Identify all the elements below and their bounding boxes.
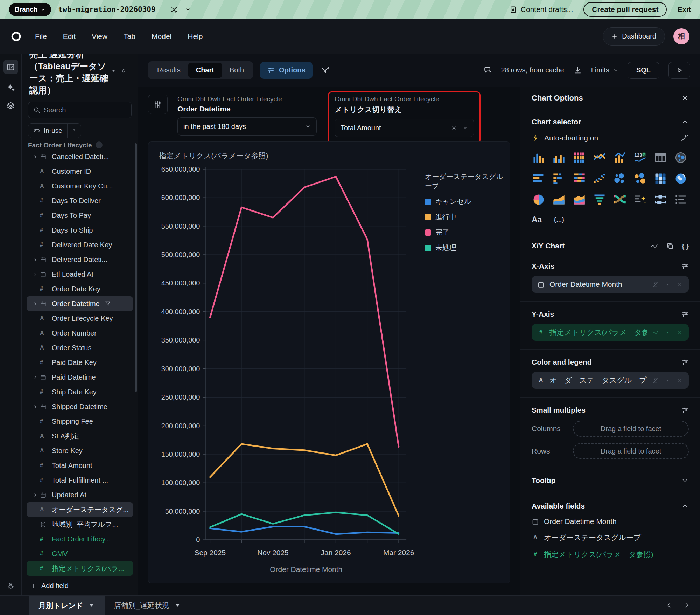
exit-button[interactable]: Exit [677, 5, 691, 14]
add-tab-icon[interactable] [0, 601, 14, 609]
limits-dropdown[interactable]: Limits [591, 66, 618, 74]
sidebar-field[interactable]: #Days To Pay [27, 208, 133, 223]
available-field[interactable]: #指定メトリクス(パラメータ参照) [532, 550, 689, 559]
layers-icon[interactable] [6, 101, 15, 110]
sidebar-field[interactable]: #Total Amount [27, 458, 133, 473]
toggle-sidebar-button[interactable] [4, 60, 18, 74]
table-header[interactable]: Fact Order Lifecycle [28, 141, 132, 148]
sidebar-field[interactable]: AOrder Lifecycle Key [27, 311, 133, 326]
menu-item-tab[interactable]: Tab [124, 32, 135, 41]
chart-type-pie[interactable] [532, 193, 546, 207]
expand-icon[interactable] [29, 154, 40, 159]
collapse-all-icon[interactable] [121, 68, 127, 74]
chart-type-bubble-cluster[interactable] [633, 172, 647, 186]
workbook-tab[interactable]: 店舗別_遅延状況 [105, 596, 191, 615]
menu-item-help[interactable]: Help [188, 32, 203, 41]
ai-sparkles-icon[interactable] [6, 83, 15, 92]
sidebar-field[interactable]: ASLA判定 [27, 429, 133, 443]
close-icon[interactable] [681, 94, 689, 102]
available-field[interactable]: Order Datetime Month [532, 517, 689, 526]
in-use-caret-button[interactable] [68, 127, 81, 134]
merge-icon[interactable] [170, 6, 178, 14]
sidebar-field[interactable]: AStore Key [27, 443, 133, 458]
chart-type-markdown[interactable]: {...} [554, 217, 565, 223]
chart-type-sankey[interactable] [613, 193, 627, 207]
chevron-up-icon[interactable] [681, 118, 689, 126]
sidebar-field[interactable]: ACustomer ID [27, 164, 133, 179]
view-tab-both[interactable]: Both [222, 63, 252, 78]
chart-type-table[interactable] [653, 151, 667, 165]
menu-item-view[interactable]: View [92, 32, 107, 41]
legend-item[interactable]: 未処理 [425, 243, 510, 253]
sidebar-field[interactable]: #Shipping Fee [27, 414, 133, 429]
sidebar-field[interactable]: Updated At [27, 488, 133, 502]
small-multiples-settings-icon[interactable] [681, 406, 689, 414]
chart-type-bar-h-100[interactable] [572, 172, 586, 186]
x-axis-field-pill[interactable]: Order Datetime Month [532, 276, 689, 293]
legend-item[interactable]: キャンセル [425, 197, 510, 206]
sidebar-field[interactable]: #Ship Date Key [27, 385, 133, 399]
sidebar-field[interactable]: #指定メトリクス(パラ... [27, 561, 133, 576]
sidebar-field[interactable]: Aオーダーステータスグ... [27, 502, 133, 517]
add-field-button[interactable]: Add field [22, 576, 138, 595]
filter-settings-button[interactable] [148, 95, 168, 114]
omni-logo-icon[interactable] [10, 31, 22, 42]
chart-type-combo[interactable] [613, 151, 627, 165]
line-style-icon[interactable] [650, 242, 658, 250]
chart-type-bar-grouped[interactable] [552, 151, 566, 165]
filter-value-select[interactable]: in the past 180 days [177, 117, 317, 136]
sidebar-field[interactable]: #Order Date Key [27, 282, 133, 296]
legend-item[interactable]: 進行中 [425, 212, 510, 222]
sidebar-field[interactable]: #Fact Order Lifecy... [27, 532, 133, 546]
chart-type-text[interactable]: Aa [532, 215, 542, 224]
menu-item-edit[interactable]: Edit [63, 32, 76, 41]
rows-dropzone[interactable]: Drag a field to facet [573, 443, 689, 459]
chart-type-funnel[interactable] [593, 193, 607, 207]
branch-menu-button[interactable]: Branch [9, 3, 51, 16]
code-braces-icon[interactable]: { } [682, 243, 689, 249]
legend-item[interactable]: 完了 [425, 228, 510, 237]
available-field[interactable]: Aオーダーステータスグループ [532, 533, 689, 543]
chevron-down-icon[interactable] [185, 7, 191, 12]
chart-type-bubble[interactable] [613, 172, 627, 186]
x-axis-settings-icon[interactable] [681, 262, 689, 270]
expand-icon[interactable] [29, 375, 40, 380]
chart-type-big-number[interactable]: 123 [633, 151, 647, 165]
auto-charting-label[interactable]: Auto-charting on [544, 134, 598, 142]
color-settings-icon[interactable] [681, 358, 689, 366]
sidebar-field[interactable]: AOrder Status [27, 340, 133, 355]
chart-type-column-stacked[interactable] [572, 151, 586, 165]
dataset-caret-icon[interactable] [111, 68, 117, 74]
workbook-tab[interactable]: 月別トレンド [29, 596, 105, 615]
sidebar-field[interactable]: Etl Loaded At [27, 267, 133, 282]
expand-icon[interactable] [29, 301, 40, 306]
debug-icon[interactable] [6, 582, 15, 590]
sidebar-field[interactable]: #Days To Ship [27, 223, 133, 237]
menu-item-file[interactable]: File [35, 32, 47, 41]
sidebar-field[interactable]: #GMV [27, 546, 133, 561]
duplicate-icon[interactable] [666, 242, 674, 250]
chart-type-scatter[interactable] [593, 172, 607, 186]
color-field-pill[interactable]: Aオーダーステータスグループ [532, 372, 689, 389]
in-use-toggle[interactable]: In-use [28, 127, 67, 134]
chart-type-area-stacked[interactable] [572, 193, 586, 207]
filter-suggest-icon[interactable] [321, 66, 330, 75]
columns-dropzone[interactable]: Drag a field to facet [573, 421, 689, 437]
sidebar-field[interactable]: ACustomer Key Cu... [27, 179, 133, 193]
sidebar-field[interactable]: Shipped Datetime [27, 399, 133, 414]
sidebar-field[interactable]: AOrder Number [27, 326, 133, 340]
query-info-icon[interactable] [483, 66, 492, 75]
y-axis-field-pill[interactable]: #指定メトリクス(パラメータ参照) [532, 324, 689, 341]
chart-type-bar-h-stacked[interactable] [552, 172, 566, 186]
view-tab-chart[interactable]: Chart [188, 63, 222, 78]
chart-type-bullet-list[interactable] [674, 193, 688, 207]
sql-button[interactable]: SQL [628, 62, 659, 79]
chart-type-boxplot[interactable] [653, 193, 667, 207]
chart-type-area[interactable] [552, 193, 566, 207]
filter-value-select[interactable]: Total Amount [335, 119, 474, 137]
sidebar-field[interactable]: #Total Fulfillment ... [27, 473, 133, 488]
sidebar-field[interactable]: Order Datetime [27, 296, 133, 311]
expand-icon[interactable] [29, 404, 40, 409]
content-drafts-button[interactable]: Content drafts... [509, 5, 573, 14]
y-axis-settings-icon[interactable] [681, 310, 689, 318]
